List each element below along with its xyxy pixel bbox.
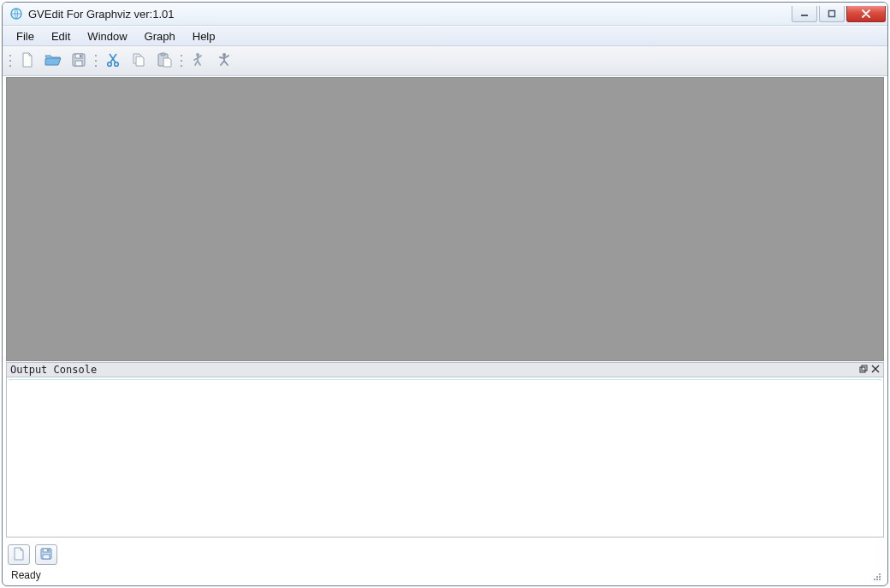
- new-file-icon: [19, 51, 36, 71]
- svg-rect-9: [80, 55, 81, 57]
- paste-icon: [156, 51, 173, 71]
- toolbar-handle-icon: [93, 50, 98, 72]
- svg-point-19: [181, 65, 182, 67]
- menu-help[interactable]: Help: [184, 27, 224, 45]
- run-settings-button[interactable]: [212, 49, 236, 73]
- open-file-button[interactable]: [41, 49, 65, 73]
- svg-point-18: [181, 60, 182, 62]
- copy-button[interactable]: [127, 49, 151, 73]
- svg-point-11: [95, 60, 97, 62]
- svg-point-5: [9, 65, 11, 67]
- app-icon: [9, 7, 23, 21]
- svg-rect-27: [47, 549, 49, 551]
- svg-rect-31: [874, 579, 875, 580]
- save-icon: [40, 548, 52, 562]
- document-icon: [13, 547, 25, 563]
- cut-icon: [104, 51, 122, 71]
- maximize-button[interactable]: [819, 6, 845, 22]
- status-text: Ready: [11, 569, 879, 581]
- cut-button[interactable]: [101, 49, 125, 73]
- bottom-new-button[interactable]: [8, 544, 30, 565]
- svg-rect-8: [75, 61, 82, 66]
- undock-icon: [859, 365, 868, 375]
- run-layout-button[interactable]: [187, 49, 211, 73]
- paste-button[interactable]: [152, 49, 176, 73]
- menubar: File Edit Window Graph Help: [3, 26, 887, 46]
- svg-rect-32: [876, 576, 878, 578]
- output-console-panel: Output Console: [6, 362, 884, 538]
- mdi-workspace[interactable]: [6, 77, 884, 361]
- status-bar: Ready: [6, 567, 884, 584]
- app-window: GVEdit For Graphviz ver:1.01 File Edit W…: [2, 2, 888, 586]
- output-console-header: Output Console: [6, 362, 884, 377]
- svg-rect-29: [876, 579, 878, 580]
- svg-rect-1: [801, 15, 808, 16]
- bottom-iconbar: [8, 543, 882, 567]
- save-button[interactable]: [67, 49, 91, 73]
- menu-file[interactable]: File: [8, 27, 43, 45]
- svg-point-12: [95, 65, 97, 67]
- close-console-button[interactable]: [869, 364, 881, 376]
- new-file-button[interactable]: [15, 49, 39, 73]
- svg-point-3: [9, 55, 11, 56]
- title-bar: GVEdit For Graphviz ver:1.01: [3, 3, 887, 26]
- toolbar-handle-icon: [179, 50, 184, 72]
- output-console-body[interactable]: [6, 377, 884, 538]
- open-folder-icon: [44, 51, 62, 71]
- menu-edit[interactable]: Edit: [43, 27, 79, 45]
- window-controls: [792, 6, 886, 22]
- minimize-button[interactable]: [792, 6, 817, 22]
- svg-point-17: [181, 55, 182, 56]
- bottom-save-button[interactable]: [35, 544, 57, 565]
- run-man-icon: [216, 51, 233, 71]
- close-icon: [871, 365, 880, 375]
- svg-rect-23: [862, 365, 867, 371]
- svg-rect-2: [829, 10, 835, 16]
- svg-rect-22: [860, 367, 865, 372]
- svg-point-4: [9, 60, 11, 62]
- toolbar-handle-icon: [8, 50, 13, 72]
- run-icon: [190, 51, 207, 71]
- svg-rect-33: [879, 573, 881, 575]
- close-button[interactable]: [846, 6, 886, 22]
- output-console-title: Output Console: [9, 364, 857, 376]
- svg-point-10: [95, 55, 97, 56]
- copy-icon: [130, 51, 147, 71]
- svg-rect-28: [879, 579, 881, 580]
- size-grip-icon[interactable]: [870, 570, 882, 582]
- toolbar: [3, 46, 887, 76]
- svg-rect-26: [43, 555, 50, 559]
- svg-rect-30: [879, 576, 881, 578]
- menu-window[interactable]: Window: [79, 27, 135, 45]
- svg-rect-16: [161, 53, 165, 56]
- undock-console-button[interactable]: [857, 364, 869, 376]
- save-icon: [70, 51, 87, 71]
- window-title: GVEdit For Graphviz ver:1.01: [28, 8, 792, 21]
- menu-graph[interactable]: Graph: [136, 27, 184, 45]
